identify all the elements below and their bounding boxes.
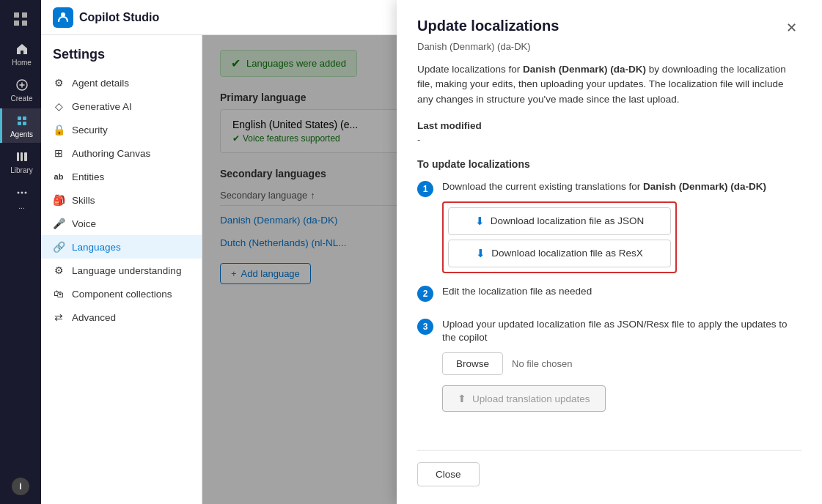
sidebar-agent-details-label: Agent details (72, 78, 129, 89)
step-1-text: Download the current existing translatio… (442, 180, 801, 194)
nav-item-more[interactable]: ... (0, 180, 41, 215)
no-file-text: No file chosen (512, 358, 572, 369)
browse-row: Browse No file chosen (442, 352, 801, 375)
svg-rect-2 (14, 21, 19, 26)
info-button[interactable]: i (12, 478, 29, 495)
step-2-content: Edit the localization file as needed (442, 285, 801, 306)
sidebar-component-collections-label: Component collections (72, 289, 172, 300)
brand-logo: Copilot Studio (53, 7, 159, 28)
sidebar-item-component-collections[interactable]: 🛍 Component collections (41, 282, 202, 305)
security-icon: 🔒 (53, 124, 65, 136)
sidebar-skills-label: Skills (72, 195, 95, 206)
library-icon (14, 149, 30, 165)
nav-item-home[interactable]: Home (0, 37, 41, 71)
step-2-number: 2 (417, 286, 433, 302)
home-icon (14, 41, 30, 57)
settings-title: Settings (41, 47, 202, 71)
entities-icon: ab (53, 171, 65, 182)
nav-library-label: Library (10, 166, 33, 174)
modal-footer: Close (417, 450, 801, 486)
svg-point-13 (21, 192, 23, 194)
step-2-text: Edit the localization file as needed (442, 285, 801, 299)
download-json-label: Download localization file as JSON (491, 215, 644, 226)
sidebar-item-voice[interactable]: 🎤 Voice (41, 212, 202, 235)
more-icon (14, 185, 30, 201)
download-resx-icon: ⬇ (476, 247, 485, 260)
sidebar-security-label: Security (72, 125, 108, 136)
main-area: Copilot Studio Settings ⚙ Agent details … (41, 0, 822, 504)
svg-rect-6 (23, 116, 26, 120)
download-json-button[interactable]: ⬇ Download localization file as JSON (448, 207, 671, 235)
sidebar-item-generative-ai[interactable]: ◇ Generative AI (41, 94, 202, 118)
svg-rect-11 (24, 152, 27, 161)
modal-close-button[interactable]: ✕ (781, 18, 801, 38)
last-modified-section: Last modified - (417, 120, 801, 145)
sidebar-languages-label: Languages (72, 242, 121, 253)
step-3: 3 Upload your updated localization file … (417, 318, 801, 412)
languages-icon: 🔗 (53, 241, 65, 253)
nav-rail: Home Create Agents (0, 0, 41, 504)
last-modified-label: Last modified (417, 120, 801, 131)
svg-rect-9 (17, 152, 19, 161)
nav-item-library[interactable]: Library (0, 144, 41, 179)
nav-more-label: ... (18, 202, 24, 210)
sidebar-item-security[interactable]: 🔒 Security (41, 118, 202, 141)
step-1-content: Download the current existing translatio… (442, 180, 801, 273)
nav-item-agents[interactable]: Agents (0, 108, 41, 143)
sidebar-item-languages[interactable]: 🔗 Languages (41, 235, 202, 259)
svg-point-14 (24, 192, 26, 194)
app-grid-icon[interactable] (7, 6, 34, 32)
update-localizations-modal: Update localizations ✕ Danish (Denmark) … (397, 0, 822, 504)
upload-translation-label: Upload translation updates (472, 393, 590, 404)
sidebar-voice-label: Voice (72, 218, 96, 229)
browse-button[interactable]: Browse (442, 352, 503, 375)
upload-icon: ⬆ (458, 393, 466, 404)
upload-translation-button[interactable]: ⬆ Upload translation updates (442, 385, 606, 412)
download-json-icon: ⬇ (475, 215, 485, 228)
agents-icon (14, 113, 30, 129)
authoring-canvas-icon: ⊞ (53, 147, 65, 159)
nav-item-create[interactable]: Create (0, 73, 41, 107)
sidebar-item-advanced[interactable]: ⇄ Advanced (41, 305, 202, 329)
sidebar-item-agent-details[interactable]: ⚙ Agent details (41, 71, 202, 94)
sidebar-item-authoring-canvas[interactable]: ⊞ Authoring Canvas (41, 141, 202, 165)
advanced-icon: ⇄ (53, 311, 65, 323)
step-1-lang-bold: Danish (Denmark) (da-DK) (643, 181, 766, 192)
sidebar-item-skills[interactable]: 🎒 Skills (41, 188, 202, 212)
svg-rect-10 (21, 152, 23, 161)
modal-subtitle: Danish (Denmark) (da-DK) (417, 41, 801, 52)
modal-header: Update localizations ✕ (417, 18, 801, 38)
download-buttons-group: ⬇ Download localization file as JSON ⬇ D… (442, 201, 677, 273)
voice-icon: 🎤 (53, 218, 65, 229)
step-1-number: 1 (417, 181, 433, 197)
svg-rect-3 (22, 21, 27, 26)
sidebar-item-entities[interactable]: ab Entities (41, 165, 202, 188)
brand-icon (53, 7, 73, 28)
sidebar-generative-ai-label: Generative AI (72, 101, 132, 112)
svg-rect-1 (22, 12, 27, 18)
last-modified-value: - (417, 134, 801, 145)
close-modal-button[interactable]: Close (417, 462, 480, 486)
step-3-number: 3 (417, 319, 433, 335)
download-resx-button[interactable]: ⬇ Download localization file as ResX (448, 240, 671, 267)
nav-home-label: Home (12, 59, 32, 67)
sidebar-item-language-understanding[interactable]: ⚙ Language understanding (41, 259, 202, 282)
svg-rect-8 (23, 122, 26, 125)
nav-agents-label: Agents (10, 130, 33, 138)
step-3-content: Upload your updated localization file as… (442, 318, 801, 412)
brand-name: Copilot Studio (79, 11, 159, 24)
to-update-title: To update localizations (417, 158, 801, 170)
sidebar-entities-label: Entities (72, 171, 104, 182)
create-icon (14, 77, 30, 93)
sidebar-authoring-canvas-label: Authoring Canvas (72, 148, 150, 159)
step-2: 2 Edit the localization file as needed (417, 285, 801, 306)
svg-rect-0 (14, 12, 19, 18)
skills-icon: 🎒 (53, 194, 65, 206)
svg-point-12 (17, 192, 19, 194)
nav-create-label: Create (10, 94, 32, 103)
sidebar-advanced-label: Advanced (72, 312, 116, 323)
modal-title: Update localizations (417, 18, 559, 34)
generative-ai-icon: ◇ (53, 100, 65, 112)
svg-rect-5 (18, 116, 21, 120)
settings-sidebar: Settings ⚙ Agent details ◇ Generative AI… (41, 35, 202, 504)
